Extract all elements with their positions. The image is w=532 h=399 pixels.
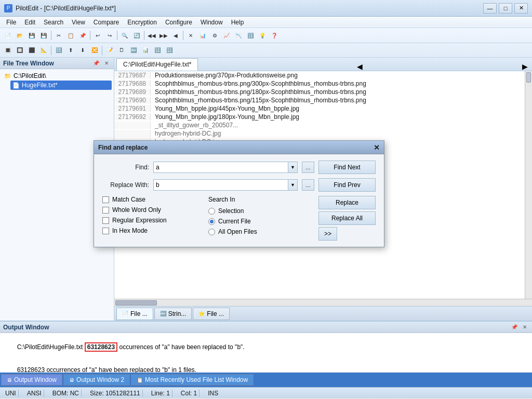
tb-b9[interactable]: 🔢 <box>245 30 256 41</box>
output-header-btns: 📌 ✕ <box>510 324 529 331</box>
tb-undo[interactable]: ↩ <box>92 30 103 41</box>
code-line: 27179689 Scophthblmus_rhombus-trbns.png/… <box>114 88 525 96</box>
title-bar-left: P PilotEdit - [C:\PilotEdit\HugeFile.txt… <box>4 4 116 12</box>
tb2-b6[interactable]: ⬆ <box>65 45 76 56</box>
tb2-b3[interactable]: ⬛ <box>26 45 37 56</box>
replace-input[interactable] <box>153 179 288 191</box>
tb-b7[interactable]: 📈 <box>221 30 232 41</box>
tb2-b9[interactable]: 📝 <box>104 45 115 56</box>
tb-open[interactable]: 📂 <box>14 30 25 41</box>
horizontal-scrollbar[interactable] <box>114 299 532 306</box>
radio-current-file[interactable] <box>208 218 215 225</box>
bwt-recent-files[interactable]: 📋 Most Recently Used File List Window <box>131 374 254 385</box>
tb2-b5[interactable]: 🔠 <box>53 45 64 56</box>
tb-b2[interactable]: ▶▶ <box>158 30 169 41</box>
tree-item-root[interactable]: 📁 C:\PilotEdit\ <box>2 71 112 81</box>
tb-b8[interactable]: 📉 <box>233 30 244 41</box>
match-case-checkbox[interactable] <box>102 196 109 203</box>
tb-replace[interactable]: 🔄 <box>131 30 142 41</box>
find-browse-btn[interactable]: … <box>302 162 314 173</box>
tb2-b12[interactable]: 📊 <box>140 45 151 56</box>
file-tree-close[interactable]: ✕ <box>102 60 111 67</box>
find-replace-dialog[interactable]: Find and replace ✕ Find: ▼ … Find Next R… <box>94 140 384 247</box>
bottom-tab-file2[interactable]: ⭐ File ... <box>193 308 230 320</box>
bottom-editor-tabs: 📄 File ... 🔤 Strin... ⭐ File ... <box>114 306 532 321</box>
tb-paste[interactable]: 📌 <box>77 30 88 41</box>
tb2-b10[interactable]: 🗒 <box>116 45 127 56</box>
output-close[interactable]: ✕ <box>521 324 529 331</box>
tb2-b11[interactable]: 🔤 <box>128 45 139 56</box>
tb2-b7[interactable]: ⬇ <box>77 45 88 56</box>
tb2-b2[interactable]: 🔲 <box>14 45 25 56</box>
menu-search[interactable]: Search <box>39 18 68 27</box>
tb-b6[interactable]: ⚙ <box>209 30 220 41</box>
menu-compare[interactable]: Compare <box>89 18 123 27</box>
find-input[interactable] <box>153 162 288 173</box>
bottom-tab-file1[interactable]: 📄 File ... <box>116 308 153 320</box>
bottom-tab-string[interactable]: 🔤 Strin... <box>154 308 192 320</box>
replace-browse-btn[interactable]: … <box>302 179 314 191</box>
scrollbar-thumb[interactable] <box>526 72 531 83</box>
tb-b3[interactable]: ◀ <box>170 30 181 41</box>
menu-help[interactable]: Help <box>227 18 248 27</box>
tb-copy[interactable]: 📋 <box>65 30 76 41</box>
tb2-b4[interactable]: 📐 <box>38 45 49 56</box>
replace-dropdown-arrow[interactable]: ▼ <box>288 179 298 191</box>
find-dropdown-arrow[interactable]: ▼ <box>288 162 298 173</box>
window-title: PilotEdit - [C:\PilotEdit\HugeFile.txt*] <box>16 5 116 12</box>
h-scroll-thumb[interactable] <box>115 300 157 305</box>
tb2-b8[interactable]: 🔀 <box>89 45 100 56</box>
hex-checkbox[interactable] <box>102 228 109 234</box>
tb-cut[interactable]: ✂ <box>53 30 64 41</box>
tb-b4[interactable]: ✕ <box>185 30 196 41</box>
status-line: Line: 1 <box>149 390 172 397</box>
find-next-button[interactable]: Find Next <box>318 161 376 174</box>
tb2-b1[interactable]: 🔳 <box>2 45 14 56</box>
tb2-b14[interactable]: 🔣 <box>164 45 175 56</box>
replace-button[interactable]: Replace <box>318 196 376 209</box>
file-tab-icon-2: ⭐ <box>198 311 205 316</box>
tb-save-all[interactable]: 💾 <box>38 30 49 41</box>
close-button[interactable]: ✕ <box>514 3 528 14</box>
output-pin[interactable]: 📌 <box>510 324 518 331</box>
editor-tab-hugefile[interactable]: C:\PilotEdit\HugeFile.txt* <box>116 58 198 71</box>
bwt-output1[interactable]: 🖥 Output Window <box>1 374 62 385</box>
tab-nav-right[interactable]: ▶ <box>520 62 530 71</box>
menu-edit[interactable]: Edit <box>20 18 39 27</box>
toolbar-2: 🔳 🔲 ⬛ 📐 🔠 ⬆ ⬇ 🔀 📝 🗒 🔤 📊 🔢 🔣 <box>0 43 532 57</box>
tb-b1[interactable]: ◀◀ <box>146 30 157 41</box>
menu-encryption[interactable]: Encryption <box>123 18 161 27</box>
find-prev-button[interactable]: Find Prev <box>318 178 376 192</box>
menu-file[interactable]: File <box>2 18 20 27</box>
tb-b5[interactable]: 📊 <box>197 30 208 41</box>
menu-window[interactable]: Window <box>196 18 227 27</box>
replace-all-button[interactable]: Replace All <box>318 211 376 225</box>
radio-current-label: Current File <box>218 218 251 225</box>
menu-configure[interactable]: Configure <box>161 18 196 27</box>
code-line: _st_illtyd_gower_rb_200507... <box>114 121 525 129</box>
tb-save[interactable]: 💾 <box>26 30 37 41</box>
tb-b10[interactable]: 💡 <box>257 30 268 41</box>
radio-all-files[interactable] <box>208 229 215 235</box>
tb-b11[interactable]: ❓ <box>269 30 280 41</box>
tb-redo[interactable]: ↪ <box>104 30 115 41</box>
tb-find[interactable]: 🔍 <box>119 30 130 41</box>
tab-nav-left[interactable]: ◀ <box>355 62 365 71</box>
dialog-title-text: Find and replace <box>98 144 148 151</box>
minimize-button[interactable]: — <box>483 3 497 14</box>
tree-item-file[interactable]: 📄 HugeFile.txt* <box>10 81 112 90</box>
match-case-row: Match Case <box>102 196 208 203</box>
whole-word-checkbox[interactable] <box>102 207 109 214</box>
maximize-button[interactable]: □ <box>499 3 512 14</box>
file-tree-pin[interactable]: 📌 <box>92 60 100 67</box>
more-button[interactable]: >> <box>318 227 337 241</box>
radio-selection[interactable] <box>208 208 215 215</box>
tb2-b13[interactable]: 🔢 <box>152 45 163 56</box>
output-suffix: occurrences of "a" have been replaced to… <box>117 343 245 351</box>
regex-checkbox[interactable] <box>102 217 109 224</box>
bwt-output2[interactable]: 🖥 Output Window 2 <box>63 374 130 385</box>
vertical-scrollbar[interactable] <box>525 71 532 299</box>
dialog-close-button[interactable]: ✕ <box>374 143 380 152</box>
menu-view[interactable]: View <box>68 18 89 27</box>
tb-new[interactable]: 📄 <box>2 30 14 41</box>
